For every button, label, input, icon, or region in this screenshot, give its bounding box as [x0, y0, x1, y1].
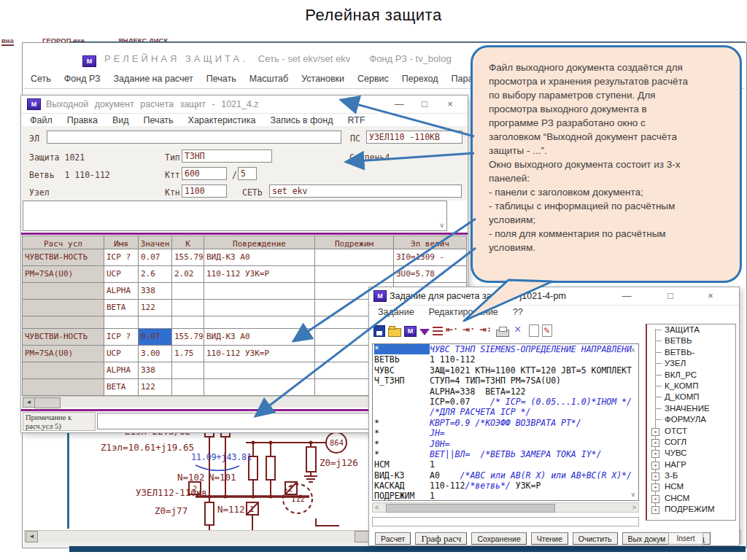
table-cell[interactable]: 3I0=1309 -: [394, 249, 466, 265]
menu-item[interactable]: Характеристика: [181, 113, 263, 127]
close-icon[interactable]: ×: [701, 289, 720, 303]
table-cell[interactable]: [172, 316, 204, 328]
column-header[interactable]: Значен: [139, 236, 172, 249]
editor-line[interactable]: ПОДРЕЖИМ1: [373, 491, 638, 501]
table-cell[interactable]: UCP: [104, 266, 139, 282]
type-input[interactable]: [182, 149, 272, 163]
scroll-down-icon[interactable]: ∨: [439, 222, 444, 229]
menu-item[interactable]: Правка: [60, 113, 105, 127]
close-icon[interactable]: ×: [441, 97, 460, 112]
table-cell[interactable]: [204, 362, 315, 378]
table-cell[interactable]: ICP ?: [104, 329, 139, 345]
table-cell[interactable]: ALPHA: [104, 283, 139, 299]
edit-icon[interactable]: [542, 324, 552, 337]
scroll-left-icon[interactable]: ◄: [23, 397, 35, 408]
expand-icon[interactable]: +: [651, 483, 659, 491]
editor-line[interactable]: ICP=0.07 /* ICP= (0.05...1.0)*IHOM */: [373, 397, 638, 407]
table-cell[interactable]: PM=7SA(U0): [23, 266, 104, 282]
menu-item[interactable]: Редактирование: [422, 305, 506, 319]
column-header[interactable]: Эл велич: [394, 236, 466, 249]
сохранение-button[interactable]: Сохранение: [471, 532, 526, 545]
minimize-icon[interactable]: —: [617, 289, 636, 303]
tree-item-нагр[interactable]: +НАГР: [647, 459, 735, 470]
scroll-right-icon[interactable]: >: [632, 504, 636, 511]
move-left-icon[interactable]: [446, 324, 460, 337]
menu-item[interactable]: Файл: [23, 113, 60, 127]
table-cell[interactable]: [139, 316, 172, 328]
table-cell[interactable]: [172, 379, 204, 395]
tree-item-вкл_рс[interactable]: ВКЛ_РС: [647, 370, 735, 381]
save-icon[interactable]: [374, 325, 385, 337]
el-input[interactable]: [47, 131, 341, 144]
scroll-up-icon[interactable]: ∧: [630, 346, 635, 354]
table-cell[interactable]: ВИД-КЗ А0: [204, 249, 315, 265]
tree-item-отст[interactable]: +ОТСТ: [647, 426, 735, 437]
jtt-input[interactable]: [238, 167, 257, 180]
table-cell[interactable]: [172, 362, 204, 378]
expand-icon[interactable]: +: [651, 495, 659, 503]
scroll-thumb[interactable]: [386, 504, 555, 513]
table-cell[interactable]: [204, 316, 315, 328]
expand-icon[interactable]: +: [651, 472, 659, 481]
column-header[interactable]: Повреждение: [204, 236, 315, 249]
move-end-icon[interactable]: [479, 324, 493, 337]
ps-input[interactable]: [366, 131, 462, 144]
column-header[interactable]: К: [172, 236, 204, 249]
delete-icon[interactable]: [512, 324, 526, 337]
table-cell[interactable]: [23, 283, 104, 299]
table-cell[interactable]: 0.07: [139, 329, 172, 345]
чтение-button[interactable]: Чтение: [531, 532, 568, 545]
tree-item-подрежим[interactable]: +ПОДРЕЖИМ: [647, 504, 735, 515]
очистить-button[interactable]: Очистить: [573, 532, 618, 545]
tree-item-ветвь-[interactable]: ВЕТВЬ-: [647, 347, 735, 358]
editor-line[interactable]: Ч_ТЗНПСТУП=4 ТИП=ТЗНП РМ=7SA(U0): [373, 376, 638, 386]
expand-icon[interactable]: +: [651, 506, 659, 514]
table-cell[interactable]: 2.02: [172, 266, 204, 282]
table-cell[interactable]: 3U0=5.78 -: [394, 266, 466, 282]
expand-icon[interactable]: +: [651, 439, 659, 447]
table-cell[interactable]: 110-112 УЗК=Р: [204, 346, 315, 362]
tree-item-нсм[interactable]: +НСМ: [647, 481, 735, 492]
menu-item[interactable]: Вид: [105, 113, 136, 127]
table-cell[interactable]: [104, 316, 139, 328]
menu-item[interactable]: Запись в фонд: [263, 113, 340, 127]
doc-titlebar[interactable]: М Выходной документ расчета защит - 1021…: [21, 96, 468, 114]
editor-line[interactable]: КАСКАД110-112/*ветвь*/ УЗК=Р: [373, 481, 638, 491]
app-icon[interactable]: [404, 326, 417, 337]
print-icon[interactable]: [496, 330, 509, 337]
editor-line[interactable]: ЧУВСЗАЩ=1021 КТН=1100 КТТ=120 JBT=5 КОМП…: [373, 365, 638, 376]
table-cell[interactable]: 122: [139, 379, 172, 395]
minimize-icon[interactable]: —: [390, 97, 409, 112]
scroll-left-icon[interactable]: <: [375, 504, 379, 511]
table-cell[interactable]: 3.00: [139, 346, 172, 362]
tree-item-снсм[interactable]: +СНСМ: [647, 493, 735, 504]
tree-item-чувс[interactable]: +ЧУВС: [647, 448, 735, 459]
ktt-input[interactable]: [182, 167, 227, 180]
table-cell[interactable]: ЧУВСТВИ-НОСТЬ: [23, 249, 104, 265]
maximize-icon[interactable]: □: [415, 97, 434, 112]
column-header[interactable]: Имя: [104, 236, 139, 249]
table-cell[interactable]: ЧУВСТВИ-НОСТЬ: [23, 329, 104, 345]
editor-line[interactable]: ВИД-КЗА0 /*АВС или АВ(R X) или АВ+ВС(R X…: [373, 470, 638, 481]
move-right-icon[interactable]: [462, 324, 476, 337]
menu-item[interactable]: Печать: [136, 113, 181, 127]
table-cell[interactable]: ALPHA: [104, 362, 139, 378]
scroll-thumb[interactable]: [34, 397, 61, 408]
open-icon[interactable]: [388, 328, 401, 337]
net-input[interactable]: [269, 184, 462, 198]
editor-horizontal-scrollbar[interactable]: < >: [372, 502, 639, 513]
вых-докум-button[interactable]: Вых докум: [622, 532, 672, 545]
tree-item-з-б[interactable]: +З-Б: [647, 470, 735, 481]
table-cell[interactable]: BETA: [104, 379, 139, 395]
menu-item[interactable]: Задание: [371, 305, 422, 319]
table-cell[interactable]: 122: [139, 300, 172, 316]
new-doc-icon[interactable]: [529, 324, 539, 337]
tree-item-согл[interactable]: +СОГЛ: [647, 437, 735, 448]
table-cell[interactable]: 1.75: [172, 346, 204, 362]
menu-item[interactable]: ??: [506, 305, 530, 319]
table-cell[interactable]: 155.79: [172, 249, 204, 265]
column-header[interactable]: Расч усл: [23, 236, 104, 249]
tree-item-д_комп[interactable]: Д_КОМП: [647, 392, 735, 402]
tree-item-защита[interactable]: ЗАЩИТА: [647, 324, 735, 335]
task-editor[interactable]: *ЧУВС ТЗНП SIEMENS-ОПРЕДЕЛЕНИЕ НАПРАВЛЕН…: [372, 343, 639, 501]
